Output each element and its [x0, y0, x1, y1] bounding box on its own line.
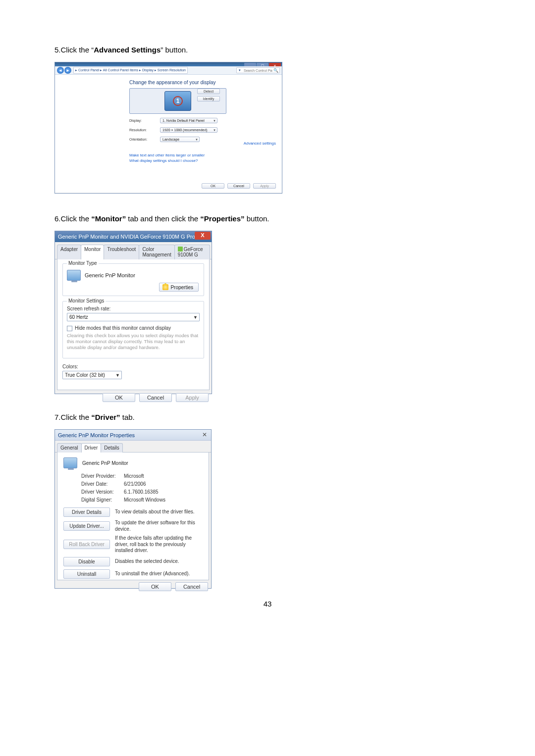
page-heading: Change the appearance of your display [129, 80, 275, 85]
properties-button[interactable]: Properties [159, 283, 199, 292]
apply-button[interactable]: Apply [176, 393, 209, 402]
breadcrumb[interactable]: ▸ Control Panel ▸ All Control Panel Item… [73, 67, 188, 74]
cancel-button[interactable]: Cancel [139, 393, 172, 402]
step5-pre: 5.Click the “ [54, 46, 94, 54]
checkbox-icon [67, 326, 72, 331]
roll-back-desc: If the device fails after updating the d… [115, 535, 203, 554]
step5-post: ” button. [160, 46, 188, 54]
display-select[interactable]: 1. Nvidia Default Flat Panel▼ [160, 118, 217, 123]
update-driver-desc: To update the driver software for this d… [115, 520, 203, 532]
monitor-icon [63, 457, 77, 468]
chevron-down-icon: ▼ [115, 373, 120, 378]
group-label-settings: Monitor Settings [67, 298, 106, 303]
colors-label: Colors: [62, 364, 78, 369]
driver-details-button[interactable]: Driver Details [63, 507, 110, 517]
tabs: Adapter Monitor Troubleshoot Color Manag… [55, 242, 212, 259]
step5-text: 5.Click the “Advanced Settings” button. [54, 45, 481, 55]
driver-properties-dialog: Generic PnP Monitor Properties ✕ General… [54, 429, 212, 589]
dialog-title: Generic PnP Monitor and NVIDIA GeForce 9… [58, 234, 209, 240]
monitor-number: 1 [173, 96, 183, 106]
orientation-select[interactable]: Landscape▼ [160, 137, 200, 142]
chevron-down-icon: ▼ [195, 138, 198, 141]
step7-text: 7.Click the “Driver” tab. [54, 412, 481, 422]
display-label: Display: [129, 119, 156, 122]
screen-resolution-window: _ □ × ◄ ► ▸ Control Panel ▸ All Control … [54, 62, 282, 194]
chevron-down-icon: ▼ [213, 129, 216, 132]
step6-text: 6.Click the “Monitor” tab and then click… [54, 213, 481, 224]
nvidia-icon [178, 247, 183, 252]
resolution-select[interactable]: 1920 × 1080 (recommended)▼ [160, 127, 217, 133]
tab-adapter[interactable]: Adapter [57, 245, 81, 259]
tabs: General Driver Details [55, 441, 211, 453]
address-bar: ◄ ► ▸ Control Panel ▸ All Control Panel … [55, 66, 282, 75]
roll-back-button[interactable]: Roll Back Driver [63, 540, 110, 549]
apply-button[interactable]: Apply [253, 183, 276, 189]
colors-select[interactable]: True Color (32 bit)▼ [62, 371, 122, 379]
tab-general[interactable]: General [57, 443, 82, 453]
refresh-select[interactable]: 60 Hertz▼ [67, 313, 200, 321]
cancel-button[interactable]: Cancel [175, 582, 208, 591]
monitor-settings-group: Monitor Settings Screen refresh rate: 60… [62, 301, 204, 358]
ok-button[interactable]: OK [139, 582, 171, 591]
tab-monitor[interactable]: Monitor [81, 245, 104, 259]
update-driver-button[interactable]: Update Driver... [63, 521, 110, 531]
driver-details-desc: To view details about the driver files. [115, 509, 195, 515]
group-label-type: Monitor Type [67, 260, 99, 266]
monitor-name: Generic PnP Monitor [85, 272, 135, 278]
disable-button[interactable]: Disable [63, 557, 110, 566]
cancel-button[interactable]: Cancel [227, 183, 250, 189]
signer-key: Digital Signer: [81, 497, 124, 503]
monitor-name: Generic PnP Monitor [82, 460, 128, 466]
chevron-down-icon: ▼ [193, 315, 198, 320]
refresh-label: Screen refresh rate: [67, 306, 110, 311]
driver-info: Driver Provider:Microsoft Driver Date:6/… [81, 473, 203, 503]
ok-button[interactable]: OK [103, 393, 135, 402]
orientation-label: Orientation: [129, 138, 156, 141]
provider-val: Microsoft [124, 473, 144, 479]
identify-button[interactable]: Identify [197, 96, 220, 101]
search-input[interactable] [243, 69, 273, 72]
hide-modes-checkbox[interactable]: Hide modes that this monitor cannot disp… [67, 325, 200, 331]
uninstall-button[interactable]: Uninstall [63, 569, 110, 579]
monitor-properties-dialog: Generic PnP Monitor and NVIDIA GeForce 9… [54, 231, 212, 394]
step5-bold: Advanced Settings [94, 46, 160, 54]
text-size-link[interactable]: Make text and other items larger or smal… [129, 153, 275, 157]
search-icon: 🔍 [273, 68, 278, 73]
titlebar: Generic PnP Monitor and NVIDIA GeForce 9… [55, 231, 212, 242]
shield-icon [162, 284, 168, 290]
hide-modes-label: Hide modes that this monitor cannot disp… [75, 325, 171, 331]
version-val: 6.1.7600.16385 [124, 489, 159, 495]
hide-modes-desc: Clearing this check box allows you to se… [67, 333, 200, 351]
monitor-thumb[interactable]: 1 [164, 91, 191, 111]
monitor-icon [67, 270, 81, 281]
help-link[interactable]: What display settings should I choose? [129, 158, 275, 163]
resolution-label: Resolution: [129, 128, 156, 132]
detect-button[interactable]: Detect [197, 89, 220, 94]
uninstall-desc: To uninstall the driver (Advanced). [115, 571, 190, 577]
signer-val: Microsoft Windows [124, 497, 165, 503]
monitor-type-group: Monitor Type Generic PnP Monitor Propert… [62, 263, 204, 296]
provider-key: Driver Provider: [81, 473, 124, 479]
tab-driver[interactable]: Driver [81, 443, 102, 453]
tab-color[interactable]: Color Management [139, 245, 174, 259]
titlebar: Generic PnP Monitor Properties ✕ [55, 430, 211, 441]
dialog-title: Generic PnP Monitor Properties [58, 432, 135, 438]
search-box[interactable]: ▾ 🔍 [236, 67, 280, 73]
tab-troubleshoot[interactable]: Troubleshoot [104, 245, 139, 259]
version-key: Driver Version: [81, 489, 124, 495]
disable-desc: Disables the selected device. [115, 558, 179, 565]
tab-gpu[interactable]: GeForce 9100M G [174, 245, 210, 259]
ok-button[interactable]: OK [202, 183, 224, 189]
date-key: Driver Date: [81, 481, 124, 487]
tab-details[interactable]: Details [101, 443, 123, 453]
advanced-settings-link[interactable]: Advanced settings [244, 141, 276, 146]
page-number: 43 [54, 600, 481, 608]
chevron-down-icon: ▼ [213, 119, 216, 122]
close-button[interactable]: X [195, 232, 211, 240]
date-val: 6/21/2006 [124, 481, 146, 487]
back-button[interactable]: ◄ [57, 67, 64, 74]
forward-button[interactable]: ► [64, 67, 71, 74]
close-button[interactable]: ✕ [201, 432, 208, 439]
display-preview: 1 Detect Identify [129, 88, 226, 114]
